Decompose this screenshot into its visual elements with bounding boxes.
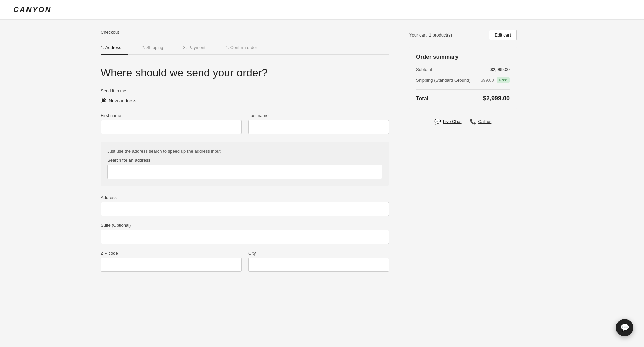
- subtotal-row: Subtotal $2,999.00: [416, 67, 510, 72]
- total-value: $2,999.00: [483, 95, 510, 102]
- edit-cart-button[interactable]: Edit cart: [489, 30, 517, 40]
- left-column: Checkout 1. Address 2. Shipping 3. Payme…: [101, 30, 389, 280]
- address-search-input[interactable]: [107, 165, 382, 179]
- right-column: Your cart: 1 product(s) Edit cart Order …: [409, 30, 517, 280]
- city-group: City: [248, 251, 389, 272]
- phone-icon: 📞: [470, 118, 476, 125]
- last-name-input[interactable]: [248, 120, 389, 134]
- name-row: First name Last name: [101, 113, 389, 134]
- page-title: Where should we send your order?: [101, 67, 389, 79]
- subtotal-label: Subtotal: [416, 67, 432, 72]
- shipping-free-badge: Free: [497, 77, 510, 83]
- step-payment[interactable]: 3. Payment: [183, 42, 212, 55]
- total-label: Total: [416, 96, 428, 102]
- breadcrumb: Checkout: [101, 30, 389, 35]
- address-group: Address: [101, 195, 389, 216]
- last-name-label: Last name: [248, 113, 389, 118]
- address-search-label: Search for an address: [107, 158, 382, 163]
- step-confirm[interactable]: 4. Confirm order: [225, 42, 264, 55]
- first-name-input[interactable]: [101, 120, 241, 134]
- logo: CANYON: [13, 5, 631, 14]
- address-label: Address: [101, 195, 389, 200]
- main-container: Checkout 1. Address 2. Shipping 3. Payme…: [87, 20, 557, 290]
- new-address-radio-row: New address: [101, 98, 389, 103]
- city-label: City: [248, 251, 389, 256]
- last-name-group: Last name: [248, 113, 389, 134]
- first-name-label: First name: [101, 113, 241, 118]
- chat-icon: 💬: [434, 118, 441, 125]
- zip-group: ZIP code: [101, 251, 241, 272]
- summary-divider: [416, 89, 510, 90]
- live-chat-label: Live Chat: [443, 119, 462, 124]
- call-us-label: Call us: [478, 119, 492, 124]
- suite-label: Suite (Optional): [101, 223, 389, 228]
- order-summary-card: Order summary Subtotal $2,999.00 Shippin…: [409, 46, 517, 110]
- zip-label: ZIP code: [101, 251, 241, 256]
- suite-input[interactable]: [101, 230, 389, 244]
- suite-group: Suite (Optional): [101, 223, 389, 244]
- address-input[interactable]: [101, 202, 389, 216]
- new-address-radio[interactable]: [101, 98, 106, 103]
- city-input[interactable]: [248, 258, 389, 272]
- shipping-prices: $99.00 Free: [481, 77, 510, 83]
- call-us-link[interactable]: 📞 Call us: [470, 118, 492, 125]
- address-search-hint: Just use the address search to speed up …: [107, 149, 382, 154]
- cart-header: Your cart: 1 product(s) Edit cart: [409, 30, 517, 40]
- step-shipping[interactable]: 2. Shipping: [141, 42, 170, 55]
- steps-nav: 1. Address 2. Shipping 3. Payment 4. Con…: [101, 42, 389, 55]
- step-address[interactable]: 1. Address: [101, 42, 128, 55]
- total-row: Total $2,999.00: [416, 95, 510, 102]
- zip-city-row: ZIP code City: [101, 251, 389, 272]
- order-summary-title: Order summary: [416, 54, 510, 60]
- shipping-old-price: $99.00: [481, 78, 494, 83]
- first-name-group: First name: [101, 113, 241, 134]
- header: CANYON: [0, 0, 644, 20]
- send-label: Send it to me: [101, 88, 389, 93]
- subtotal-value: $2,999.00: [490, 67, 510, 72]
- address-search-box: Just use the address search to speed up …: [101, 142, 389, 186]
- zip-input[interactable]: [101, 258, 241, 272]
- shipping-row: Shipping (Standard Ground) $99.00 Free: [416, 77, 510, 83]
- cart-info: Your cart: 1 product(s): [409, 32, 452, 38]
- new-address-label: New address: [109, 98, 136, 103]
- shipping-label: Shipping (Standard Ground): [416, 78, 471, 83]
- support-row: 💬 Live Chat 📞 Call us: [409, 118, 517, 125]
- live-chat-link[interactable]: 💬 Live Chat: [434, 118, 462, 125]
